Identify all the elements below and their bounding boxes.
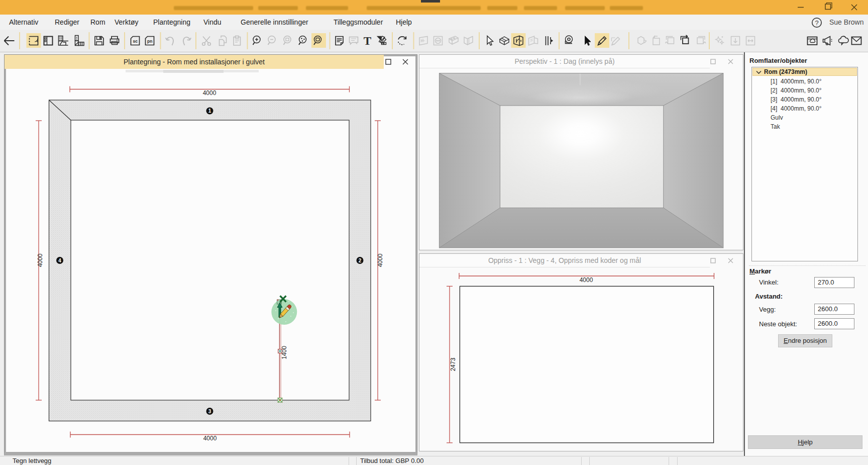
svg-text:4000: 4000 [580, 276, 593, 284]
svg-text:?: ? [815, 19, 818, 27]
svg-text:T: T [364, 35, 371, 47]
svg-text:4000: 4000 [377, 253, 384, 267]
svg-text:1: 1 [208, 108, 211, 114]
svg-text:3: 3 [208, 409, 211, 414]
svg-text:4000: 4000 [203, 89, 216, 97]
svg-text:4000: 4000 [37, 253, 44, 267]
svg-text:pn: pn [147, 39, 152, 44]
svg-text:4000: 4000 [203, 435, 217, 442]
svg-text:2473: 2473 [450, 357, 457, 371]
svg-text:sc: sc [133, 39, 138, 44]
svg-text:4: 4 [58, 258, 61, 263]
svg-text:2: 2 [359, 258, 362, 263]
